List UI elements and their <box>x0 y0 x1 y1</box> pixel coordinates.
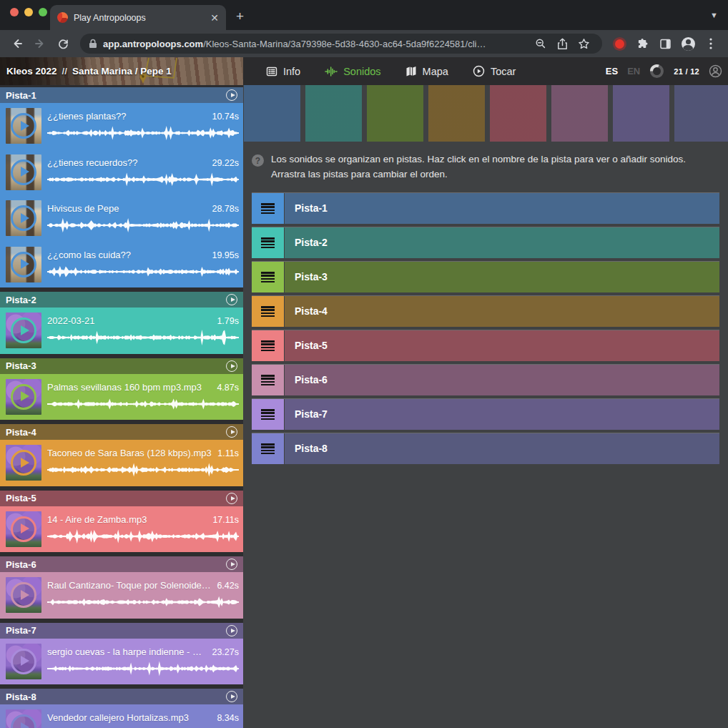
track-header[interactable]: Pista-5 <box>0 491 243 506</box>
audio-clip[interactable]: 2022-03-21 1.79s <box>0 308 243 354</box>
track-row[interactable]: Pista-4 <box>252 295 719 327</box>
audio-clip[interactable]: Taconeo de Sara Baras (128 kbps).mp3 1.1… <box>0 440 243 486</box>
bookmark-star-icon[interactable] <box>574 34 594 54</box>
address-bar[interactable]: app.antropoloops.com/Kleos-Santa-Marina/… <box>80 34 602 54</box>
track-header[interactable]: Pista-4 <box>0 424 243 440</box>
audio-clip[interactable]: Palmas sevillanas 160 bpm mp3.mp3 4.87s <box>0 374 243 420</box>
clip-play-icon[interactable] <box>11 516 36 542</box>
clip-play-icon[interactable] <box>11 582 36 608</box>
account-icon[interactable] <box>709 64 722 78</box>
tab-info[interactable]: Info <box>259 66 308 77</box>
tab-tocar[interactable]: Tocar <box>466 65 523 77</box>
track-color-swatch[interactable] <box>428 85 485 142</box>
browser-profile-avatar[interactable] <box>678 34 698 54</box>
track-row-body[interactable]: Pista-2 <box>285 227 719 258</box>
reload-icon[interactable] <box>53 34 73 54</box>
drag-handle[interactable] <box>252 296 284 327</box>
clip-thumbnail[interactable] <box>6 511 41 547</box>
audio-clip[interactable]: Raul Cantizano- Toque por Solenoide.mp3 … <box>0 572 243 619</box>
track-header[interactable]: Pista-3 <box>0 358 243 374</box>
drag-handle[interactable] <box>252 330 284 361</box>
lang-en-button[interactable]: EN <box>627 66 640 77</box>
track-row-body[interactable]: Pista-7 <box>285 399 719 430</box>
clip-play-icon[interactable] <box>11 450 36 476</box>
drag-handle[interactable] <box>252 262 284 292</box>
track-play-icon[interactable] <box>226 89 237 101</box>
clip-thumbnail[interactable] <box>6 247 41 282</box>
zoom-out-icon[interactable] <box>531 34 551 54</box>
clip-play-icon[interactable] <box>11 205 36 231</box>
track-play-icon[interactable] <box>226 294 237 305</box>
audio-clip[interactable]: sergio cuevas - la harpe indienne - 03 -… <box>0 639 243 685</box>
clip-play-icon[interactable] <box>11 159 36 185</box>
clip-thumbnail[interactable] <box>6 644 41 679</box>
tab-sonidos[interactable]: Sonidos <box>318 66 388 77</box>
track-play-icon[interactable] <box>226 493 237 504</box>
track-row-body[interactable]: Pista-3 <box>285 262 719 292</box>
clip-thumbnail[interactable] <box>6 154 41 190</box>
track-header[interactable]: Pista-2 <box>0 292 243 308</box>
project-map-thumbnail[interactable]: Kleos 2022 // Santa Marina / Pepe 1 <box>0 57 243 85</box>
browser-tab[interactable]: Play Antropoloops ✕ <box>50 5 226 30</box>
share-icon[interactable] <box>552 34 572 54</box>
new-tab-button[interactable]: + <box>236 9 244 23</box>
track-play-icon[interactable] <box>226 426 237 438</box>
track-row[interactable]: Pista-3 <box>252 261 719 292</box>
track-play-icon[interactable] <box>226 625 237 636</box>
clip-thumbnail[interactable] <box>6 313 41 348</box>
tab-search-chevron-icon[interactable]: ▼ <box>710 11 718 19</box>
tab-mapa[interactable]: Mapa <box>398 66 456 77</box>
track-row-body[interactable]: Pista-8 <box>285 433 719 464</box>
clip-thumbnail[interactable] <box>6 200 41 236</box>
track-row[interactable]: Pista-5 <box>252 330 719 361</box>
drag-handle[interactable] <box>252 399 284 430</box>
track-color-swatch[interactable] <box>367 85 423 142</box>
track-header[interactable]: Pista-7 <box>0 623 243 639</box>
clip-thumbnail[interactable] <box>6 108 41 144</box>
drag-handle[interactable] <box>252 365 284 395</box>
clip-thumbnail[interactable] <box>6 709 41 728</box>
track-row[interactable]: Pista-8 <box>252 433 719 464</box>
tab-close-icon[interactable]: ✕ <box>210 13 219 23</box>
track-row[interactable]: Pista-7 <box>252 398 719 430</box>
track-row-body[interactable]: Pista-5 <box>285 330 719 361</box>
track-play-icon[interactable] <box>226 360 237 372</box>
record-extension-icon[interactable] <box>609 34 629 54</box>
side-panel-icon[interactable] <box>655 34 675 54</box>
audio-clip[interactable]: 14 - Aire de Zamba.mp3 17.11s <box>0 506 243 553</box>
clip-play-icon[interactable] <box>11 318 36 343</box>
track-color-swatch[interactable] <box>244 85 300 142</box>
track-header[interactable]: Pista-6 <box>0 556 243 572</box>
browser-menu-icon[interactable] <box>701 34 721 54</box>
macos-traffic-lights[interactable] <box>10 8 47 16</box>
drag-handle[interactable] <box>252 433 284 464</box>
track-row-body[interactable]: Pista-6 <box>285 365 719 395</box>
audio-clip[interactable]: ¿¿tienes plantas?? 10.74s <box>0 103 243 149</box>
clip-thumbnail[interactable] <box>6 445 41 481</box>
audio-clip[interactable]: ¿¿como las cuida?? 19.95s <box>0 242 243 288</box>
clip-play-icon[interactable] <box>11 384 36 410</box>
lang-es-button[interactable]: ES <box>606 66 618 77</box>
clip-play-icon[interactable] <box>11 714 36 728</box>
piece-title[interactable]: Santa Marina / Pepe 1 <box>72 66 172 77</box>
track-play-icon[interactable] <box>226 559 237 570</box>
track-play-icon[interactable] <box>226 691 237 702</box>
back-icon[interactable] <box>7 34 27 54</box>
track-row[interactable]: Pista-2 <box>252 227 719 258</box>
track-color-swatch[interactable] <box>674 85 728 142</box>
zoom-window-button[interactable] <box>39 8 47 16</box>
track-row-body[interactable]: Pista-4 <box>285 296 719 327</box>
track-row-body[interactable]: Pista-1 <box>285 193 719 224</box>
track-color-swatch[interactable] <box>613 85 669 142</box>
clip-play-icon[interactable] <box>11 252 36 277</box>
project-name[interactable]: Kleos 2022 <box>6 66 57 77</box>
track-row[interactable]: Pista-6 <box>252 364 719 395</box>
clip-play-icon[interactable] <box>11 113 36 139</box>
audio-clip[interactable]: Hiviscus de Pepe 28.78s <box>0 195 243 242</box>
clip-play-icon[interactable] <box>11 649 36 674</box>
track-color-swatch[interactable] <box>305 85 362 142</box>
extensions-puzzle-icon[interactable] <box>632 34 652 54</box>
drag-handle[interactable] <box>252 227 284 258</box>
clip-thumbnail[interactable] <box>6 577 41 613</box>
drag-handle[interactable] <box>252 193 284 224</box>
